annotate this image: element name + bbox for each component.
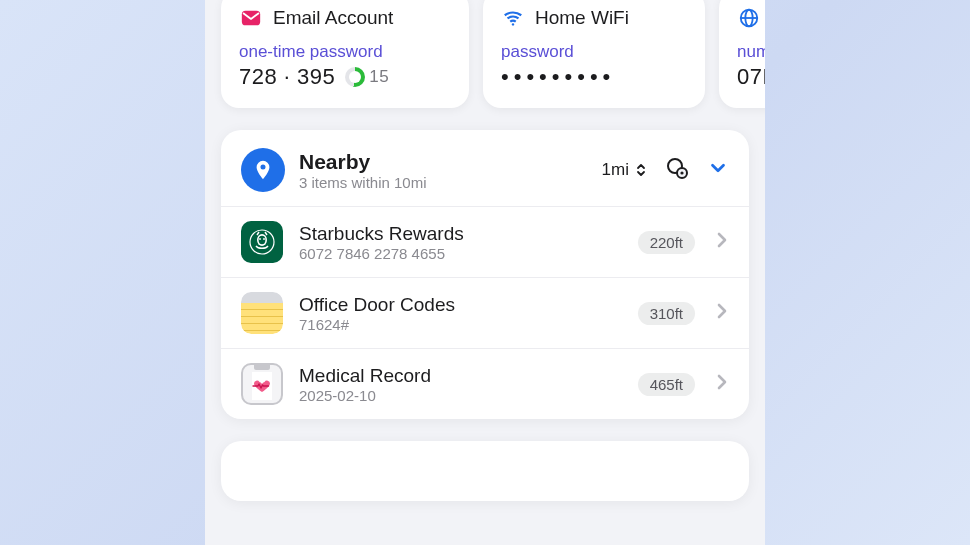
chevron-right-icon bbox=[715, 372, 729, 396]
svg-point-1 bbox=[512, 23, 514, 25]
svg-point-10 bbox=[259, 236, 266, 244]
distance-pill: 220ft bbox=[638, 231, 695, 254]
favorite-card-partial[interactable]: I num 07H bbox=[719, 0, 765, 108]
item-title: Starbucks Rewards bbox=[299, 223, 622, 245]
distance-filter-value: 1mi bbox=[602, 160, 629, 180]
mail-icon bbox=[239, 6, 263, 30]
favorite-card-wifi[interactable]: Home WiFi password ••••••••• bbox=[483, 0, 705, 108]
item-subtitle: 71624# bbox=[299, 316, 622, 333]
totp-countdown: 15 bbox=[345, 67, 389, 87]
item-subtitle: 2025-02-10 bbox=[299, 387, 622, 404]
totp-code: 728 · 395 bbox=[239, 64, 335, 90]
svg-point-11 bbox=[259, 238, 261, 240]
location-target-icon[interactable] bbox=[665, 156, 689, 184]
list-item[interactable]: Medical Record 2025-02-10 465ft bbox=[221, 348, 749, 419]
field-label: num bbox=[737, 42, 765, 62]
field-label: one-time password bbox=[239, 42, 451, 62]
chevron-down-icon[interactable] bbox=[707, 157, 729, 183]
location-pin-icon bbox=[241, 148, 285, 192]
nearby-header: Nearby 3 items within 10mi 1mi bbox=[221, 130, 749, 206]
totp-value: 728 · 395 15 bbox=[239, 64, 451, 90]
favorite-card-email[interactable]: Email Account one-time password 728 · 39… bbox=[221, 0, 469, 108]
countdown-ring-icon bbox=[345, 67, 365, 87]
app-viewport: Email Account one-time password 728 · 39… bbox=[205, 0, 765, 545]
card-title: Email Account bbox=[273, 7, 393, 29]
field-label: password bbox=[501, 42, 687, 62]
starbucks-logo-icon bbox=[241, 221, 283, 263]
chevron-right-icon bbox=[715, 230, 729, 254]
distance-pill: 310ft bbox=[638, 302, 695, 325]
medical-clipboard-icon bbox=[241, 363, 283, 405]
notes-icon bbox=[241, 292, 283, 334]
item-title: Medical Record bbox=[299, 365, 622, 387]
list-item[interactable]: Starbucks Rewards 6072 7846 2278 4655 22… bbox=[221, 206, 749, 277]
field-value: 07H bbox=[737, 64, 765, 90]
card-title: Home WiFi bbox=[535, 7, 629, 29]
globe-icon bbox=[737, 6, 761, 30]
list-item[interactable]: Office Door Codes 71624# 310ft bbox=[221, 277, 749, 348]
countdown-seconds: 15 bbox=[369, 67, 389, 87]
nearby-card: Nearby 3 items within 10mi 1mi bbox=[221, 130, 749, 419]
svg-point-12 bbox=[263, 238, 265, 240]
nearby-titles: Nearby 3 items within 10mi bbox=[299, 150, 427, 191]
item-title: Office Door Codes bbox=[299, 294, 622, 316]
nearby-subtitle: 3 items within 10mi bbox=[299, 174, 427, 191]
distance-pill: 465ft bbox=[638, 373, 695, 396]
favorites-row: Email Account one-time password 728 · 39… bbox=[221, 0, 749, 108]
nearby-title: Nearby bbox=[299, 150, 427, 174]
item-subtitle: 6072 7846 2278 4655 bbox=[299, 245, 622, 262]
next-card-peek[interactable] bbox=[221, 441, 749, 501]
stepper-icon bbox=[635, 161, 647, 179]
svg-point-6 bbox=[680, 171, 683, 174]
wifi-icon bbox=[501, 6, 525, 30]
distance-filter[interactable]: 1mi bbox=[602, 160, 647, 180]
chevron-right-icon bbox=[715, 301, 729, 325]
masked-password: ••••••••• bbox=[501, 64, 687, 90]
